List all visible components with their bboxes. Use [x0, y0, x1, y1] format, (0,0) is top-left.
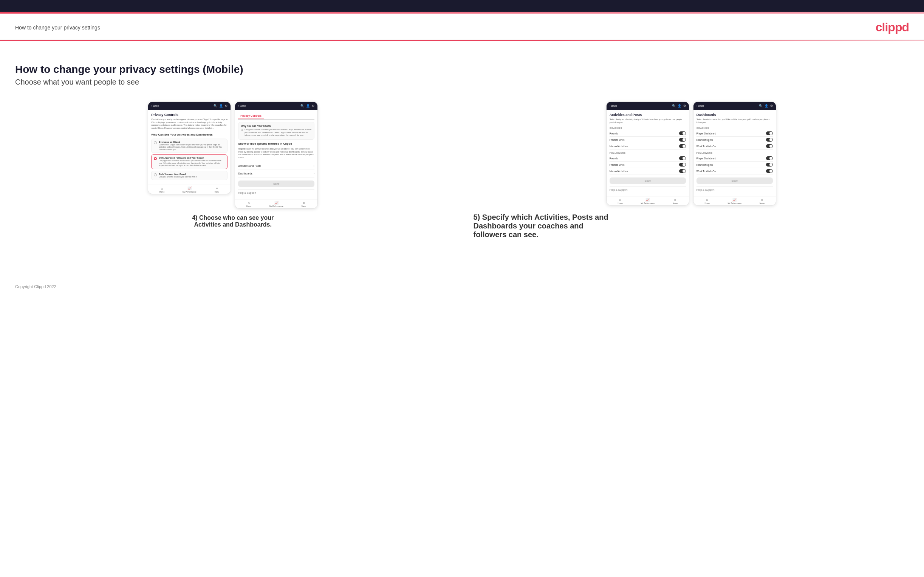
- toggle-manual-coaches-switch[interactable]: [679, 144, 686, 148]
- back-button-2[interactable]: ‹ Back: [238, 105, 246, 107]
- radio-only-you: [154, 173, 157, 176]
- radio-everyone: [154, 141, 157, 144]
- activities-posts-row[interactable]: Activities and Posts ›: [238, 162, 314, 170]
- nav-menu-4[interactable]: ≡ Menu: [748, 198, 776, 204]
- nav-icons-4: 🔍 👤 ⚙: [759, 104, 773, 108]
- section-right: ‹ Back 🔍 👤 ⚙ Activities and Posts Select…: [473, 102, 909, 239]
- option-everyone[interactable]: Everyone on Clippd Everyone on Clippd ca…: [151, 139, 228, 153]
- save-button-3[interactable]: Save: [610, 177, 686, 184]
- radio-approved: [154, 157, 157, 160]
- toggle-what-to-work-followers: What To Work On: [696, 168, 773, 174]
- search-icon-2[interactable]: 🔍: [300, 104, 304, 108]
- menu-icon-2: ≡: [303, 201, 305, 205]
- toggle-rounds-followers: Rounds: [610, 155, 686, 162]
- toggle-player-dash-coaches-switch[interactable]: [766, 131, 773, 135]
- nav-menu-2[interactable]: ≡ Menu: [290, 201, 318, 207]
- toggle-what-to-work-coaches-switch[interactable]: [766, 144, 773, 148]
- header: How to change your privacy settings clip…: [0, 14, 924, 40]
- toggle-player-dash-coaches: Player Dashboard: [696, 130, 773, 137]
- user-icon-3[interactable]: 👤: [678, 104, 682, 108]
- coaches-label-3: COACHES: [610, 127, 686, 129]
- search-icon-4[interactable]: 🔍: [759, 104, 762, 108]
- toggle-practice-coaches: Practice Drills: [610, 137, 686, 143]
- dashboards-row[interactable]: Dashboards ›: [238, 170, 314, 177]
- nav-home-2[interactable]: ⌂ Home: [235, 201, 263, 207]
- coaches-label-4: COACHES: [696, 127, 773, 129]
- toggle-manual-followers-switch[interactable]: [679, 169, 686, 173]
- toggle-manual-coaches: Manual Activities: [610, 143, 686, 150]
- save-button-4[interactable]: Save: [696, 177, 773, 184]
- nav-icons: 🔍 👤 ⚙: [213, 104, 228, 108]
- dashboards-body: Select the dashboards that you'd like to…: [696, 118, 773, 124]
- save-button-2[interactable]: Save: [238, 181, 314, 187]
- phone1-content: Privacy Controls Control how you and you…: [148, 110, 231, 185]
- nav-home-4[interactable]: ⌂ Home: [693, 198, 721, 204]
- user-icon-4[interactable]: 👤: [764, 104, 768, 108]
- phone1-nav: ‹ Back 🔍 👤 ⚙: [148, 102, 231, 110]
- toggle-round-insights-followers-switch[interactable]: [766, 163, 773, 166]
- toggle-round-insights-followers: Round Insights: [696, 162, 773, 168]
- phone3-wrapper: ‹ Back 🔍 👤 ⚙ Activities and Posts Select…: [606, 102, 689, 205]
- back-button-4[interactable]: ‹ Back: [696, 105, 704, 107]
- phone2-nav: ‹ Back 🔍 👤 ⚙: [235, 102, 317, 110]
- page-heading: How to change your privacy settings (Mob…: [15, 63, 909, 76]
- search-icon[interactable]: 🔍: [213, 104, 217, 108]
- caption-4: 4) Choose who can see your Activities an…: [191, 214, 275, 228]
- nav-icons-3: 🔍 👤 ⚙: [672, 104, 686, 108]
- toggle-rounds-coaches-switch[interactable]: [679, 131, 686, 135]
- toggle-round-insights-coaches: Round Insights: [696, 137, 773, 143]
- home-icon-2: ⌂: [248, 201, 250, 205]
- chart-icon-2: 📈: [275, 201, 278, 205]
- tab-privacy-controls[interactable]: Privacy Controls: [238, 113, 264, 119]
- phone4: ‹ Back 🔍 👤 ⚙ Dashboards Select the dashb…: [693, 102, 776, 205]
- nav-menu-3[interactable]: ≡ Menu: [661, 198, 689, 204]
- logo: clippd: [876, 20, 909, 34]
- chart-icon-3: 📈: [646, 198, 649, 201]
- caption-5: 5) Specify which Activities, Posts and D…: [473, 213, 617, 239]
- option-approved[interactable]: Only Approved Followers and Your Coach O…: [151, 155, 228, 169]
- toggle-practice-coaches-switch[interactable]: [679, 138, 686, 142]
- phone1-wrapper: ‹ Back 🔍 👤 ⚙ Privacy Controls Control ho…: [148, 102, 231, 208]
- info-title: Only You and Your Coach: [241, 125, 312, 127]
- privacy-controls-body: Control how you and your data appears to…: [151, 118, 228, 130]
- chart-icon-4: 📈: [732, 198, 737, 201]
- user-icon[interactable]: 👤: [219, 104, 223, 108]
- help-support: Help & Support: [238, 189, 314, 196]
- followers-label-3: FOLLOWERS: [610, 152, 686, 154]
- toggle-player-dash-followers-switch[interactable]: [766, 156, 773, 160]
- show-hide-body: Regardless of the privacy controls that …: [238, 148, 314, 160]
- back-button-3[interactable]: ‹ Back: [610, 105, 617, 107]
- settings-icon-3[interactable]: ⚙: [683, 104, 686, 108]
- info-text: Only you and the coaches you connect wit…: [244, 128, 312, 137]
- nav-my-performance-2[interactable]: 📈 My Performance: [263, 201, 290, 207]
- home-icon-3: ⌂: [619, 198, 621, 201]
- nav-my-performance[interactable]: 📈 My Performance: [176, 187, 203, 193]
- toggle-practice-followers-switch[interactable]: [679, 163, 686, 166]
- search-icon-3[interactable]: 🔍: [672, 104, 676, 108]
- nav-my-performance-3[interactable]: 📈 My Performance: [634, 198, 661, 204]
- toggle-player-dash-followers: Player Dashboard: [696, 155, 773, 162]
- user-icon-2[interactable]: 👤: [306, 104, 310, 108]
- nav-my-performance-4[interactable]: 📈 My Performance: [721, 198, 748, 204]
- phone2-content: Privacy Controls Only You and Your Coach…: [235, 110, 317, 199]
- phone4-bottom-nav: ⌂ Home 📈 My Performance ≡ Menu: [693, 196, 776, 205]
- info-radio: [241, 129, 243, 131]
- toggle-rounds-followers-switch[interactable]: [679, 156, 686, 160]
- settings-icon-4[interactable]: ⚙: [770, 104, 773, 108]
- nav-home[interactable]: ⌂ Home: [148, 187, 176, 193]
- activities-posts-label: Activities and Posts: [238, 164, 261, 167]
- nav-home-3[interactable]: ⌂ Home: [607, 198, 634, 204]
- option-only-you[interactable]: Only You and Your Coach Only you and the…: [151, 171, 228, 181]
- nav-menu[interactable]: ≡ Menu: [203, 187, 231, 193]
- settings-icon-2[interactable]: ⚙: [312, 104, 314, 108]
- toggle-what-to-work-followers-switch[interactable]: [766, 169, 773, 173]
- phone3-nav: ‹ Back 🔍 👤 ⚙: [607, 102, 689, 110]
- activities-posts-title: Activities and Posts: [610, 113, 686, 117]
- phone2: ‹ Back 🔍 👤 ⚙ Privacy Controls: [235, 102, 318, 208]
- chart-icon: 📈: [187, 187, 192, 190]
- breadcrumb: How to change your privacy settings: [15, 24, 100, 31]
- toggle-round-insights-coaches-switch[interactable]: [766, 138, 773, 142]
- section-left: ‹ Back 🔍 👤 ⚙ Privacy Controls Control ho…: [15, 102, 451, 239]
- back-button[interactable]: ‹ Back: [151, 105, 159, 107]
- settings-icon[interactable]: ⚙: [225, 104, 228, 108]
